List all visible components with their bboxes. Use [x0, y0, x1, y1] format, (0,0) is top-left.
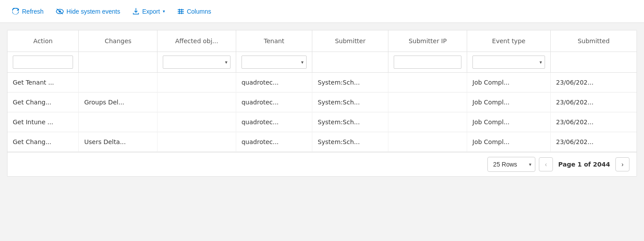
cell-changes-3: Users Delta... — [79, 132, 157, 152]
col-header-submitter: Submitter — [312, 30, 388, 52]
cell-submitter_ip-0 — [388, 73, 467, 93]
filter-submitter-ip-cell — [388, 52, 467, 73]
cell-submitted-2: 23/06/202... — [550, 112, 637, 132]
prev-page-button[interactable]: ‹ — [539, 157, 553, 171]
cell-action-2: Get Intune ... — [7, 112, 79, 132]
cell-event_type-0: Job Compl... — [467, 73, 551, 93]
cell-tenant-0: quadrotec... — [236, 73, 312, 93]
col-header-submitter-ip: Submitter IP — [388, 30, 467, 52]
cell-changes-0 — [79, 73, 157, 93]
cell-submitted-1: 23/06/202... — [550, 93, 637, 112]
cell-action-3: Get Chang... — [7, 132, 79, 152]
pagination-nav: ‹ Page 1 of 2044 › — [539, 157, 629, 171]
filter-action-input[interactable] — [13, 56, 73, 69]
filter-affected-cell: ▾ — [157, 52, 236, 73]
audit-log-table-container: Action Changes Affected obj... Tenant Su… — [7, 30, 637, 177]
rows-per-page-wrapper: 25 Rows 50 Rows 100 Rows ▾ — [487, 157, 535, 172]
cell-affected_obj-3 — [157, 132, 236, 152]
rows-per-page-select[interactable]: 25 Rows 50 Rows 100 Rows — [488, 159, 535, 170]
filter-submitter-cell — [312, 52, 388, 73]
col-header-event-type: Event type — [467, 30, 551, 52]
cell-submitter-3: System:Sch... — [312, 132, 388, 152]
export-icon — [132, 8, 139, 15]
cell-event_type-2: Job Compl... — [467, 112, 551, 132]
page-label: Page 1 of 2044 — [558, 161, 610, 168]
refresh-button[interactable]: Refresh — [7, 5, 49, 18]
col-header-changes: Changes — [79, 30, 157, 52]
filter-event-type-select[interactable] — [473, 57, 545, 67]
filter-event-type-cell: ▾ — [467, 52, 551, 73]
table-row: Get Intune ...quadrotec...System:Sch...J… — [7, 112, 637, 132]
filter-tenant-select-wrapper: ▾ — [242, 56, 307, 69]
export-chevron-icon: ▾ — [163, 9, 165, 14]
table-row: Get Chang...Users Delta...quadrotec...Sy… — [7, 132, 637, 152]
filter-tenant-cell: ▾ — [236, 52, 312, 73]
table-filter-row: ▾ ▾ — [7, 52, 637, 73]
table-scroll-area[interactable]: Action Changes Affected obj... Tenant Su… — [7, 30, 637, 152]
columns-icon — [177, 8, 184, 15]
filter-tenant-select[interactable] — [242, 57, 306, 67]
cell-action-1: Get Chang... — [7, 93, 79, 112]
col-header-action: Action — [7, 30, 79, 52]
filter-changes-cell — [79, 52, 157, 73]
filter-submitter-ip-input[interactable] — [394, 56, 461, 69]
export-label: Export — [142, 8, 160, 15]
filter-submitted-cell — [550, 52, 637, 73]
refresh-icon — [12, 8, 19, 15]
hide-system-button[interactable]: Hide system events — [51, 5, 125, 18]
cell-affected_obj-1 — [157, 93, 236, 112]
cell-changes-2 — [79, 112, 157, 132]
audit-log-table: Action Changes Affected obj... Tenant Su… — [7, 30, 637, 152]
filter-affected-select[interactable] — [163, 57, 230, 67]
export-button[interactable]: Export ▾ — [127, 5, 170, 18]
toolbar: Refresh Hide system events Export ▾ — [0, 0, 644, 23]
filter-action-cell — [7, 52, 79, 73]
cell-tenant-3: quadrotec... — [236, 132, 312, 152]
table-footer: 25 Rows 50 Rows 100 Rows ▾ ‹ Page 1 of 2… — [7, 152, 637, 176]
cell-changes-1: Groups Del... — [79, 93, 157, 112]
cell-submitted-0: 23/06/202... — [550, 73, 637, 93]
col-header-submitted: Submitted — [550, 30, 637, 52]
columns-label: Columns — [187, 8, 211, 15]
hide-system-label: Hide system events — [66, 8, 120, 15]
cell-submitted-3: 23/06/202... — [550, 132, 637, 152]
cell-affected_obj-0 — [157, 73, 236, 93]
table-row: Get Chang...Groups Del...quadrotec...Sys… — [7, 93, 637, 112]
columns-button[interactable]: Columns — [172, 5, 216, 18]
table-header-row: Action Changes Affected obj... Tenant Su… — [7, 30, 637, 52]
cell-action-0: Get Tenant ... — [7, 73, 79, 93]
cell-submitter-0: System:Sch... — [312, 73, 388, 93]
refresh-label: Refresh — [22, 8, 44, 15]
prev-page-icon: ‹ — [545, 161, 547, 168]
col-header-affected-obj: Affected obj... — [157, 30, 236, 52]
hide-system-icon — [56, 8, 64, 15]
cell-affected_obj-2 — [157, 112, 236, 132]
cell-submitter_ip-1 — [388, 93, 467, 112]
cell-submitter-1: System:Sch... — [312, 93, 388, 112]
table-body: Get Tenant ...quadrotec...System:Sch...J… — [7, 73, 637, 152]
cell-submitter_ip-3 — [388, 132, 467, 152]
filter-affected-select-wrapper: ▾ — [163, 56, 231, 69]
cell-event_type-1: Job Compl... — [467, 93, 551, 112]
col-header-tenant: Tenant — [236, 30, 312, 52]
next-page-button[interactable]: › — [615, 157, 629, 171]
cell-event_type-3: Job Compl... — [467, 132, 551, 152]
filter-event-type-select-wrapper: ▾ — [472, 56, 545, 69]
cell-tenant-1: quadrotec... — [236, 93, 312, 112]
cell-tenant-2: quadrotec... — [236, 112, 312, 132]
cell-submitter_ip-2 — [388, 112, 467, 132]
table-row: Get Tenant ...quadrotec...System:Sch...J… — [7, 73, 637, 93]
cell-submitter-2: System:Sch... — [312, 112, 388, 132]
next-page-icon: › — [622, 161, 624, 168]
